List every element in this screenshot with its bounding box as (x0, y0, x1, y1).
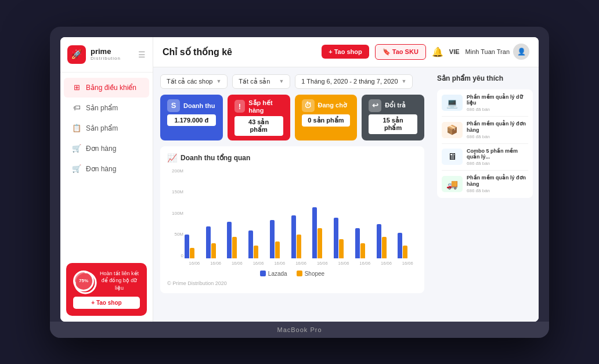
avatar[interactable]: 👤 (513, 44, 529, 60)
nav-product1-icon: 🏷 (72, 103, 81, 113)
fav-info: Phần mềm quản lý đơn hàng 686 đã bán (467, 121, 528, 139)
x-axis-label: 16/06 (227, 261, 247, 266)
stat-icon-pending: ⏱ (302, 99, 315, 112)
nav-order2-label: Đơn hàng (86, 165, 116, 173)
fav-name: Phần mềm quản lý đơn hàng (467, 175, 528, 188)
fav-thumb: 📦 (442, 122, 463, 138)
sidebar-toggle-icon[interactable]: ☰ (138, 50, 146, 59)
x-axis-label: 16/06 (377, 261, 396, 266)
bar-lazada (248, 230, 253, 258)
stat-value-out_of_stock: 43 sản phẩm (234, 116, 283, 136)
fav-name: Combo 5 phần mềm quản lý... (467, 148, 528, 161)
stat-value-pending: 0 sản phẩm (302, 114, 351, 127)
bar-shopee (211, 243, 216, 258)
sidebar-nav: ⊞ Bảng điều khiển🏷 Sản phẩm📋 Sản phẩm🛒 Đ… (60, 73, 153, 257)
sidebar-promo: 75% Hoàn tất liên kết để đồng bộ dữ liệu… (66, 263, 147, 316)
stat-label-pending: Đang chờ (318, 102, 347, 109)
stats-row: S Doanh thu 1.179.000 đ ! Sắp hết hàng 4… (160, 95, 424, 140)
stat-header-returned: ↩ Đổi trả (369, 99, 417, 112)
fav-divider (442, 116, 528, 117)
promo-circle-row: 75% Hoàn tất liên kết để đồng bộ dữ liệu (73, 270, 140, 292)
bar-lazada (377, 224, 381, 258)
fav-item[interactable]: 💻 Phần mềm quản lý dữ liệu 686 đã bán (442, 94, 528, 113)
sidebar-item-product1[interactable]: 🏷 Sản phẩm (64, 98, 149, 118)
logo-subtitle: Distribution (91, 56, 121, 61)
sidebar-item-product2[interactable]: 📋 Sản phẩm (64, 118, 149, 138)
user-name: Minh Tuan Tran (466, 48, 510, 55)
fav-thumb: 💻 (442, 95, 463, 111)
bar-lazada (291, 215, 296, 258)
chart-area: 200M150M100M50M0 (167, 168, 417, 258)
language-selector[interactable]: VIE (449, 48, 460, 55)
x-axis-label: 16/06 (185, 261, 204, 266)
promo-text: Hoàn tất liên kết để đồng bộ dữ liệu (99, 270, 140, 292)
create-shop-button[interactable]: + Tao shop (322, 45, 369, 59)
date-filter[interactable]: 1 Tháng 6, 2020 - 2 tháng 7, 2020 ▼ (295, 74, 413, 89)
fav-item[interactable]: 📦 Phần mềm quản lý đơn hàng 686 đã bán (442, 121, 528, 139)
bar-group (312, 207, 332, 258)
fav-sold: 686 đã bán (467, 107, 528, 112)
notification-icon[interactable]: 🔔 (432, 46, 443, 57)
sidebar: 🚀 prime Distribution ☰ ⊞ Bảng điều khiển… (60, 37, 153, 322)
user-info: Minh Tuan Tran 👤 (466, 44, 529, 60)
logo-title: prime (91, 48, 121, 56)
fav-sold: 686 đã bán (467, 161, 528, 166)
favorites-list: 💻 Phần mềm quản lý dữ liệu 686 đã bán 📦 … (437, 89, 533, 198)
stat-header-out_of_stock: ! Sắp hết hàng (234, 99, 283, 114)
shop-filter[interactable]: Tất cả các shop ▼ (160, 74, 228, 89)
fav-name: Phần mềm quản lý đơn hàng (467, 121, 528, 134)
bar-lazada (270, 220, 275, 258)
bar-group (377, 224, 396, 258)
bar-group (291, 215, 311, 258)
bar-lazada (227, 222, 232, 258)
sidebar-item-order2[interactable]: 🛒 Đơn hàng (64, 159, 149, 179)
fav-item[interactable]: 🚚 Phần mềm quản lý đơn hàng 686 đã bán (442, 175, 528, 193)
sidebar-item-order1[interactable]: 🛒 Đơn hàng (64, 139, 149, 158)
laptop-brand: MacBook Pro (277, 326, 322, 333)
legend-item-shopee: Shopee (297, 271, 324, 277)
fav-divider (442, 143, 528, 144)
bar-shopee (297, 235, 301, 258)
x-axis-label: 16/06 (248, 261, 268, 266)
bar-group (270, 220, 290, 258)
stat-header-revenue: S Doanh thu (167, 99, 216, 112)
nav-dashboard-label: Bảng điều khiển (86, 84, 136, 92)
nav-product1-label: Sản phẩm (86, 104, 118, 112)
bar-shopee (360, 243, 365, 258)
bar-lazada (334, 218, 338, 258)
fav-info: Phần mềm quản lý đơn hàng 686 đã bán (467, 175, 528, 193)
bar-shopee (275, 242, 280, 258)
fav-sold: 686 đã bán (467, 134, 528, 139)
fav-item[interactable]: 🖥 Combo 5 phần mềm quản lý... 686 đã bán (442, 148, 528, 167)
bar-group (355, 228, 375, 258)
nav-order1-label: Đơn hàng (86, 145, 116, 153)
create-sku-button[interactable]: 🔖 Tao SKU (375, 44, 426, 60)
chart-legend: Lazada Shopee (167, 271, 417, 277)
body-area: Tất cả các shop ▼ Tất cả sản ▼ 1 Tháng 6… (153, 67, 539, 322)
bar-shopee (317, 228, 322, 258)
x-axis-label: 16/06 (291, 261, 311, 266)
fav-info: Combo 5 phần mềm quản lý... 686 đã bán (467, 148, 528, 167)
bar-shopee (403, 246, 407, 258)
chart-title-row: 📈 Doanh thu tổng quan (167, 153, 417, 163)
y-axis-label: 0 (181, 253, 183, 258)
stat-icon-returned: ↩ (369, 99, 381, 112)
main-content: Chỉ số thống kê + Tao shop 🔖 Tao SKU 🔔 V… (153, 37, 539, 322)
bar-group (248, 230, 268, 258)
x-axis-label: 16/06 (312, 261, 332, 266)
bar-shopee (382, 237, 387, 258)
product-filter[interactable]: Tất cả sản ▼ (232, 74, 290, 89)
bar-group (227, 222, 247, 258)
promo-percent: 75% (79, 278, 88, 283)
stat-card-revenue: S Doanh thu 1.179.000 đ (160, 95, 223, 140)
header: Chỉ số thống kê + Tao shop 🔖 Tao SKU 🔔 V… (153, 37, 539, 67)
promo-create-shop-button[interactable]: + Tao shop (73, 297, 140, 309)
stat-card-out_of_stock: ! Sắp hết hàng 43 sản phẩm (228, 95, 290, 140)
y-axis: 200M150M100M50M0 (167, 168, 183, 258)
chevron-down-icon: ▼ (216, 78, 221, 84)
sidebar-item-dashboard[interactable]: ⊞ Bảng điều khiển (64, 78, 149, 98)
header-right: 🔔 VIE Minh Tuan Tran 👤 (432, 44, 529, 60)
promo-progress-circle: 75% (73, 271, 94, 291)
center-panel: Tất cả các shop ▼ Tất cả sản ▼ 1 Tháng 6… (153, 67, 431, 322)
right-panel: Sản phẩm yêu thích 💻 Phần mềm quản lý dữ… (431, 67, 539, 322)
